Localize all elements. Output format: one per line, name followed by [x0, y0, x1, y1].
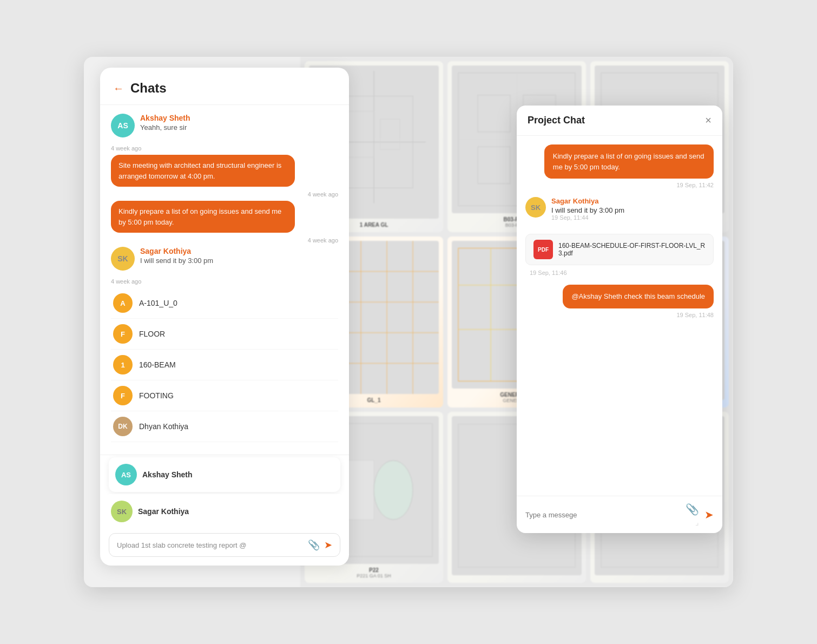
- send-icon[interactable]: ➤: [324, 539, 332, 551]
- list-item[interactable]: F FLOOR: [111, 319, 338, 350]
- back-button[interactable]: ←: [113, 82, 124, 95]
- pdf-filename: 160-BEAM-SCHEDULE-OF-FIRST-FLOOR-LVL_R3.…: [558, 242, 706, 257]
- list-item[interactable]: DK Dhyan Kothiya: [111, 411, 338, 442]
- avatar: SK: [111, 247, 135, 271]
- svg-rect-3: [348, 111, 374, 157]
- avatar: 1: [113, 355, 133, 374]
- attachment-timestamp: 19 Sep, 11:46: [530, 270, 714, 276]
- svg-rect-4: [380, 119, 400, 150]
- chat-item-label: FOOTING: [139, 391, 174, 400]
- svg-rect-8: [478, 95, 510, 132]
- sender-name: Akshay Sheth: [140, 114, 338, 122]
- sent-bubble: Kindly prepare a list of on going issues…: [544, 144, 714, 179]
- chat-header: ← Chats: [100, 68, 349, 105]
- drawing-label-gl1: GL_1: [367, 397, 380, 403]
- timestamp: 4 week ago: [111, 278, 338, 285]
- active-user-sagar[interactable]: SK Sagar Kothiya: [109, 494, 340, 529]
- popup-close-button[interactable]: ×: [705, 114, 711, 127]
- svg-rect-10: [478, 147, 510, 183]
- avatar: DK: [113, 417, 133, 436]
- chat-item-label: 160-BEAM: [139, 360, 176, 369]
- popup-messages-list: Kindly prepare a list of on going issues…: [517, 136, 722, 496]
- timestamp: 4 week ago: [111, 145, 338, 152]
- chats-title: Chats: [130, 81, 167, 96]
- list-item[interactable]: F FOOTING: [111, 380, 338, 411]
- avatar: SK: [111, 501, 133, 522]
- svg-point-35: [374, 461, 413, 520]
- list-item[interactable]: AS Akshay Sheth Yeahh, sure sir: [111, 114, 338, 137]
- message-content: Akshay Sheth Yeahh, sure sir: [140, 114, 338, 132]
- timestamp: 4 week ago: [111, 237, 338, 244]
- avatar: A: [113, 293, 133, 313]
- received-content: Sagar Kothiya I will send it by 3:00 pm …: [551, 197, 624, 229]
- active-user-name: Akshay Sheth: [142, 470, 193, 479]
- drawing-label: 1 AREA GL: [360, 222, 388, 228]
- received-message-sagar: SK Sagar Kothiya I will send it by 3:00 …: [525, 197, 714, 229]
- avatar: F: [113, 386, 133, 405]
- popup-input-row: 📎 ⌟ ➤: [517, 496, 722, 533]
- attach-icon[interactable]: 📎: [308, 539, 320, 551]
- project-chat-popup: Project Chat × Kindly prepare a list of …: [517, 106, 722, 533]
- resize-handle: ⌟: [695, 518, 699, 527]
- list-item[interactable]: 1 160-BEAM: [111, 350, 338, 380]
- chat-item-label: A-101_U_0: [139, 299, 177, 307]
- drawing-label-p22: P22: [369, 567, 379, 573]
- avatar: AS: [115, 464, 137, 485]
- avatar: AS: [111, 114, 135, 137]
- list-item[interactable]: A A-101_U_0: [111, 288, 338, 319]
- message-text: Yeahh, sure sir: [140, 123, 338, 132]
- popup-header: Project Chat ×: [517, 106, 722, 136]
- popup-send-button[interactable]: ➤: [704, 508, 714, 521]
- chat-item-label: Dhyan Kothiya: [139, 422, 188, 431]
- chat-input-area: Upload 1st slab concrete testing report …: [109, 533, 340, 557]
- sender-name: Sagar Kothiya: [140, 247, 338, 255]
- pdf-attachment[interactable]: PDF 160-BEAM-SCHEDULE-OF-FIRST-FLOOR-LVL…: [525, 234, 714, 265]
- sent-bubble: Site meeting with architect and structur…: [111, 155, 295, 187]
- sent-bubble: @Akshay Sheth check this beam schedule: [563, 285, 714, 308]
- popup-title: Project Chat: [528, 115, 585, 126]
- drawing-sublabel-p22: P221 GA 01 SH: [357, 573, 391, 579]
- avatar: F: [113, 324, 133, 344]
- timestamp: 19 Sep, 11:44: [551, 214, 624, 221]
- chat-panel: ← Chats AS Akshay Sheth Yeahh, sure sir …: [100, 68, 349, 566]
- sent-message-2: @Akshay Sheth check this beam schedule 1…: [525, 285, 714, 327]
- avatar: SK: [525, 197, 546, 218]
- chat-item-label: FLOOR: [139, 330, 165, 338]
- timestamp: 19 Sep, 11:48: [676, 312, 714, 318]
- sent-message-1: Kindly prepare a list of on going issues…: [525, 144, 714, 197]
- sent-bubble: Kindly prepare a list of on going issues…: [111, 201, 295, 233]
- pdf-icon: PDF: [533, 240, 553, 259]
- timestamp: 19 Sep, 11:42: [676, 182, 714, 188]
- chat-input-placeholder[interactable]: Upload 1st slab concrete testing report …: [117, 541, 304, 549]
- message-text: I will send it by 3:00 pm: [551, 206, 624, 214]
- popup-attach-icon[interactable]: 📎: [686, 503, 699, 516]
- message-content: Sagar Kothiya I will send it by 3:00 pm: [140, 247, 338, 265]
- list-item[interactable]: SK Sagar Kothiya I will send it by 3:00 …: [111, 247, 338, 271]
- popup-message-input[interactable]: [525, 511, 680, 519]
- bottom-users-section: AS Akshay Sheth SK Sagar Kothiya: [100, 455, 349, 529]
- active-user-name: Sagar Kothiya: [138, 507, 189, 516]
- message-text: I will send it by 3:00 pm: [140, 257, 338, 265]
- timestamp: 4 week ago: [111, 191, 338, 198]
- active-user-akshay[interactable]: AS Akshay Sheth: [109, 457, 340, 492]
- chat-messages-list: AS Akshay Sheth Yeahh, sure sir 4 week a…: [100, 105, 349, 455]
- sender-name: Sagar Kothiya: [551, 197, 624, 205]
